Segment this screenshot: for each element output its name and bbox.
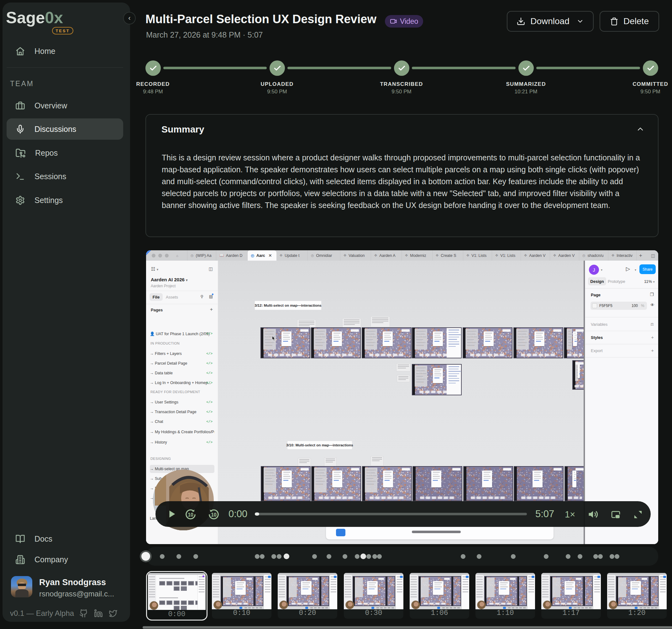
svg-text:10: 10 [188, 512, 193, 518]
svg-text:10: 10 [211, 512, 217, 518]
